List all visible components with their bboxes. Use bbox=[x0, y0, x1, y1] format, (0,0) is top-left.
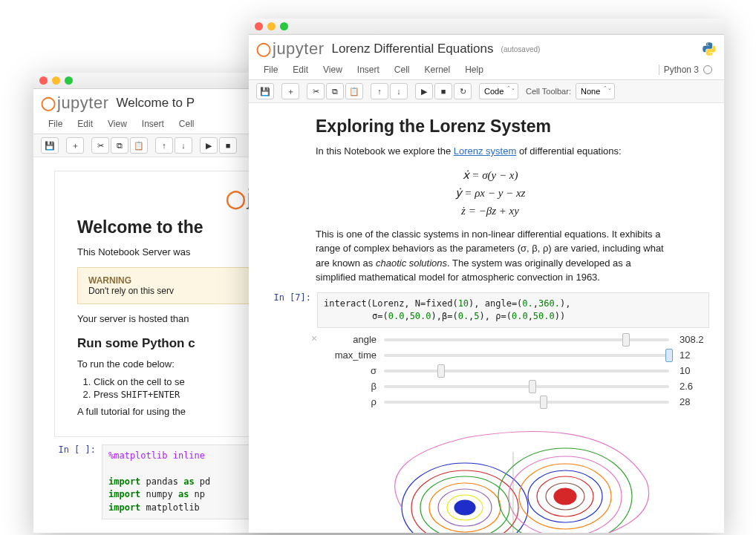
lorenz-plot bbox=[317, 422, 709, 533]
lorenz-attractor-svg bbox=[357, 422, 669, 533]
menu-edit[interactable]: Edit bbox=[285, 60, 316, 79]
stop-button[interactable]: ■ bbox=[219, 137, 237, 154]
move-down-button[interactable]: ↓ bbox=[390, 83, 408, 99]
slider-label: β bbox=[317, 381, 384, 392]
add-cell-button[interactable]: ＋ bbox=[66, 137, 84, 154]
desc-para: This is one of the classic systems in no… bbox=[316, 227, 665, 285]
slider-thumb[interactable] bbox=[622, 333, 630, 347]
slider-row: angle308.2 bbox=[317, 334, 709, 345]
cell-toolbar-label: Cell Toolbar: bbox=[526, 87, 571, 96]
widget-area: × angle308.2max_time12σ10β2.6ρ28 bbox=[317, 334, 709, 407]
svg-point-13 bbox=[554, 488, 576, 505]
menu-insert[interactable]: Insert bbox=[134, 114, 172, 134]
slider-track[interactable] bbox=[384, 401, 669, 404]
slider-value: 28 bbox=[680, 396, 709, 407]
close-dot[interactable] bbox=[39, 76, 48, 85]
slider-label: max_time bbox=[317, 349, 384, 361]
cut-button[interactable]: ✂ bbox=[91, 137, 109, 154]
slider-row: σ10 bbox=[317, 365, 709, 376]
restart-button[interactable]: ↻ bbox=[454, 83, 472, 99]
menu-view[interactable]: View bbox=[316, 60, 350, 79]
menu-cell[interactable]: Cell bbox=[387, 60, 417, 79]
slider-label: ρ bbox=[317, 396, 384, 407]
add-cell-button[interactable]: ＋ bbox=[281, 83, 299, 99]
zoom-dot[interactable] bbox=[65, 76, 73, 85]
run-button[interactable]: ▶ bbox=[415, 83, 433, 99]
page-heading: Exploring the Lorenz System bbox=[316, 116, 665, 137]
notebook-title[interactable]: Lorenz Differential Equations bbox=[332, 42, 494, 56]
jupyter-window-front: ◯ jupyter Lorenz Differential Equations … bbox=[249, 19, 724, 533]
slider-thumb[interactable] bbox=[540, 395, 547, 409]
jupyter-logo[interactable]: ◯ jupyter bbox=[256, 39, 325, 59]
jupyter-logo[interactable]: ◯ jupyter bbox=[41, 93, 109, 113]
slider-thumb[interactable] bbox=[665, 349, 673, 362]
menu-cell[interactable]: Cell bbox=[172, 114, 202, 134]
svg-point-6 bbox=[454, 500, 475, 515]
python-icon bbox=[702, 42, 717, 56]
slider-thumb[interactable] bbox=[437, 364, 445, 378]
eq3: ż = −βz + xy bbox=[316, 202, 665, 220]
menu-file[interactable]: File bbox=[41, 114, 70, 134]
code-area[interactable]: interact(Lorenz, N=fixed(10), angle=(0.,… bbox=[317, 292, 709, 329]
code-cell[interactable]: In [7]: interact(Lorenz, N=fixed(10), an… bbox=[264, 292, 709, 329]
jupyter-logo-text: jupyter bbox=[273, 39, 325, 59]
cell-type-select[interactable]: Code bbox=[479, 83, 518, 99]
stop-button[interactable]: ■ bbox=[434, 83, 452, 99]
jupyter-logo-text: jupyter bbox=[57, 93, 109, 113]
close-dot[interactable] bbox=[255, 22, 263, 30]
slider-value: 308.2 bbox=[680, 334, 709, 345]
warning-body: Don't rely on this serv bbox=[88, 286, 174, 296]
paste-button[interactable]: 📋 bbox=[130, 137, 148, 154]
run-button[interactable]: ▶ bbox=[200, 137, 218, 154]
slider-row: ρ28 bbox=[317, 396, 709, 407]
notebook-body: Exploring the Lorenz System In this Note… bbox=[249, 103, 724, 533]
menu-view[interactable]: View bbox=[100, 114, 134, 134]
menu-file[interactable]: File bbox=[256, 60, 285, 79]
notebook-header: ◯ jupyter Lorenz Differential Equations … bbox=[249, 35, 724, 60]
slider-label: angle bbox=[317, 334, 384, 345]
jupyter-icon: ◯ bbox=[41, 95, 54, 111]
slider-value: 10 bbox=[680, 365, 709, 376]
jupyter-icon: ◯ bbox=[226, 188, 244, 209]
cell-toolbar-select[interactable]: None bbox=[576, 83, 615, 99]
paste-button[interactable]: 📋 bbox=[345, 83, 363, 99]
slider-track[interactable] bbox=[384, 370, 669, 372]
minimize-dot[interactable] bbox=[52, 76, 60, 85]
kernel-status-icon bbox=[703, 65, 712, 74]
menu-kernel[interactable]: Kernel bbox=[417, 60, 458, 79]
save-button[interactable]: 💾 bbox=[41, 137, 59, 154]
eq2: ẏ = ρx − y − xz bbox=[316, 184, 665, 202]
jupyter-icon: ◯ bbox=[256, 41, 270, 57]
zoom-dot[interactable] bbox=[280, 22, 288, 30]
toolbar: 💾 ＋ ✂ ⧉ 📋 ↑ ↓ ▶ ■ ↻ Code Cell Toolbar: N… bbox=[249, 80, 724, 103]
save-button[interactable]: 💾 bbox=[256, 83, 274, 99]
slider-row: max_time12 bbox=[317, 349, 709, 361]
slider-track[interactable] bbox=[384, 338, 669, 341]
minimize-dot[interactable] bbox=[267, 22, 276, 30]
slider-row: β2.6 bbox=[317, 381, 709, 392]
titlebar bbox=[249, 19, 724, 35]
slider-value: 2.6 bbox=[680, 381, 709, 392]
lorenz-link[interactable]: Lorenz system bbox=[454, 145, 517, 157]
move-up-button[interactable]: ↑ bbox=[155, 137, 173, 154]
cut-button[interactable]: ✂ bbox=[307, 83, 325, 99]
autosave-label: (autosaved) bbox=[501, 45, 541, 53]
slider-track[interactable] bbox=[384, 354, 669, 357]
notebook-title[interactable]: Welcome to P bbox=[117, 96, 195, 111]
input-prompt: In [ ]: bbox=[48, 444, 102, 519]
menu-insert[interactable]: Insert bbox=[350, 60, 387, 79]
menu-edit[interactable]: Edit bbox=[70, 114, 100, 134]
copy-button[interactable]: ⧉ bbox=[111, 137, 128, 154]
close-icon[interactable]: × bbox=[311, 332, 317, 344]
copy-button[interactable]: ⧉ bbox=[326, 83, 344, 99]
eq1: ẋ = σ(y − x) bbox=[316, 166, 665, 184]
equations: ẋ = σ(y − x) ẏ = ρx − y − xz ż = −βz + x… bbox=[316, 166, 665, 220]
menu-help[interactable]: Help bbox=[457, 60, 491, 79]
kernel-indicator bbox=[702, 42, 717, 56]
slider-track[interactable] bbox=[384, 385, 669, 388]
menubar: File Edit View Insert Cell Kernel Help P… bbox=[249, 60, 724, 80]
input-prompt: In [7]: bbox=[264, 292, 317, 329]
slider-thumb[interactable] bbox=[529, 380, 536, 393]
move-up-button[interactable]: ↑ bbox=[371, 83, 388, 99]
move-down-button[interactable]: ↓ bbox=[175, 137, 192, 154]
